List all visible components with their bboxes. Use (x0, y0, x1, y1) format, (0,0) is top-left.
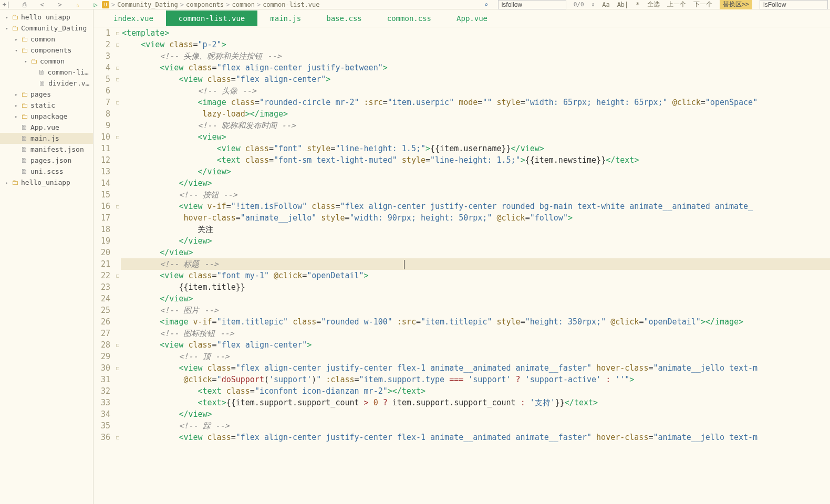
folder-icon: 🗀 (20, 112, 28, 120)
new-tab-icon[interactable]: +| (2, 1, 11, 9)
folder-icon: 🗀 (20, 35, 28, 43)
breadcrumb: U > Community_Dating > components > comm… (102, 1, 320, 8)
tree-label: divider.vue (48, 79, 91, 87)
star-icon[interactable]: ☆ (74, 1, 82, 9)
tree-item-unpackage[interactable]: ▸🗀unpackage (0, 111, 93, 122)
file-icon: 🗎 (20, 134, 28, 142)
file-icon: 🗎 (20, 167, 28, 175)
line-gutter: 1234567891011121314151617181920212223242… (94, 27, 115, 504)
file-icon: 🗎 (20, 123, 28, 131)
replace-input[interactable] (760, 0, 828, 9)
tree-label: pages.json (30, 156, 71, 164)
folder-icon: 🗀 (20, 101, 28, 109)
fold-column[interactable]: □□□□□□□□□□□ (115, 27, 121, 504)
replace-toggle[interactable]: 替换区>> (720, 0, 752, 10)
folder-icon: 🗀 (20, 46, 28, 54)
tree-item-components[interactable]: ▾🗀components (0, 45, 93, 56)
top-toolbar: +| ⎙ < > ☆ ▷ U > Community_Dating > comp… (0, 0, 830, 9)
tree-label: Community_Dating (21, 24, 87, 32)
opt-selectall[interactable]: 全选 (647, 0, 660, 9)
opt-regex[interactable]: * (636, 1, 639, 8)
tree-label: static (30, 101, 55, 109)
tree-item-common[interactable]: ▾🗀common (0, 56, 93, 67)
tree-label: main.js (30, 134, 59, 142)
file-icon: 🗎 (38, 79, 46, 87)
tab-main-js[interactable]: main.js (257, 10, 314, 26)
opt-aa[interactable]: Aa (602, 1, 609, 8)
tree-label: uni.scss (30, 167, 64, 175)
tree-item-common[interactable]: ▸🗀common (0, 34, 93, 45)
tree-item-pages[interactable]: ▸🗀pages (0, 89, 93, 100)
tree-label: manifest.json (30, 145, 84, 153)
back-icon[interactable]: < (38, 1, 46, 9)
tree-label: hello_uniapp (21, 178, 70, 186)
tree-label: hello uniapp (21, 13, 70, 21)
tab-App-vue[interactable]: App.vue (444, 10, 500, 26)
case-icon[interactable]: ↕ (592, 1, 595, 8)
tree-item-main-js[interactable]: 🗎main.js (0, 133, 93, 144)
file-icon: 🗎 (38, 68, 45, 76)
tree-label: common-li... (47, 68, 91, 76)
file-tree: ▸🗀hello uniapp▾🗀Community_Dating▸🗀common… (0, 9, 94, 504)
opt-ab[interactable]: Ab| (617, 1, 629, 8)
code-editor[interactable]: 1234567891011121314151617181920212223242… (94, 27, 830, 504)
tree-label: common (40, 57, 65, 65)
crumb-3[interactable]: common-list.vue (263, 1, 319, 8)
code-content[interactable]: <template> <view class="p-2"> <!-- 头像、昵称… (121, 27, 830, 504)
file-icon: 🗎 (20, 156, 28, 164)
tab-index-vue[interactable]: index.vue (101, 10, 166, 26)
tree-label: components (30, 46, 71, 54)
run-icon[interactable]: ▷ (91, 1, 100, 9)
tree-item-manifest-json[interactable]: 🗎manifest.json (0, 144, 93, 155)
tree-label: pages (30, 90, 51, 98)
crumb-2[interactable]: common (232, 1, 255, 8)
crumb-0[interactable]: Community_Dating (117, 1, 178, 8)
opt-next[interactable]: 下一个 (693, 0, 712, 9)
search-icon[interactable]: ⌕ (482, 1, 491, 9)
tree-item-hello-uniapp[interactable]: ▸🗀hello uniapp (0, 12, 93, 23)
search-count: 0/0 (574, 1, 584, 8)
crumb-1[interactable]: components (186, 1, 224, 8)
tree-label: unpackage (30, 112, 67, 120)
tree-item-divider-vue[interactable]: 🗎divider.vue (0, 78, 93, 89)
tab-common-css[interactable]: common.css (375, 10, 444, 26)
opt-prev[interactable]: 上一个 (667, 0, 686, 9)
editor-tabs: index.vuecommon-list.vuemain.jsbase.cssc… (94, 9, 830, 27)
folder-icon: 🗀 (11, 13, 19, 21)
tab-base-css[interactable]: base.css (314, 10, 374, 26)
save-icon[interactable]: ⎙ (20, 1, 28, 9)
folder-icon: 🗀 (11, 178, 19, 186)
folder-icon: 🗀 (20, 90, 28, 98)
tree-label: common (30, 35, 55, 43)
tree-item-uni-scss[interactable]: 🗎uni.scss (0, 166, 93, 177)
tree-item-App-vue[interactable]: 🗎App.vue (0, 122, 93, 133)
tree-item-hello_uniapp[interactable]: ▸🗀hello_uniapp (0, 177, 93, 188)
tab-common-list-vue[interactable]: common-list.vue (166, 10, 257, 26)
tree-item-Community_Dating[interactable]: ▾🗀Community_Dating (0, 23, 93, 34)
folder-icon: 🗀 (29, 57, 38, 65)
search-input[interactable] (498, 0, 566, 9)
tree-item-static[interactable]: ▸🗀static (0, 100, 93, 111)
project-icon: U (102, 1, 109, 8)
tree-item-common-li-[interactable]: 🗎common-li... (0, 67, 93, 78)
forward-icon[interactable]: > (56, 1, 64, 9)
tree-label: App.vue (30, 123, 59, 131)
folder-icon: 🗀 (11, 24, 19, 32)
tree-item-pages-json[interactable]: 🗎pages.json (0, 155, 93, 166)
file-icon: 🗎 (20, 145, 28, 153)
